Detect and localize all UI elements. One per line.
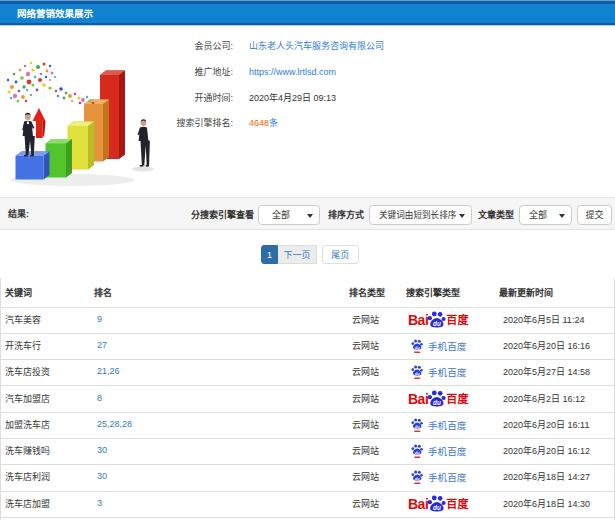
svg-text:du: du: [433, 399, 441, 406]
svg-text:du: du: [415, 450, 420, 455]
svg-text:du: du: [433, 320, 441, 327]
svg-text:du: du: [415, 371, 420, 376]
svg-text:du: du: [415, 476, 420, 481]
svg-text:du: du: [433, 504, 441, 511]
svg-text:du: du: [415, 423, 420, 428]
svg-text:du: du: [415, 344, 420, 349]
